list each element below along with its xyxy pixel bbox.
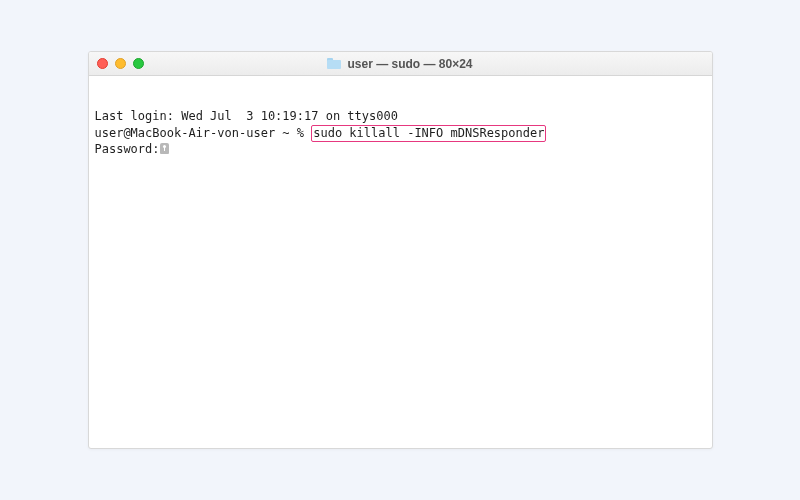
prompt-line: user@MacBook-Air-von-user ~ % sudo killa…: [95, 125, 706, 143]
minimize-button[interactable]: [115, 58, 126, 69]
title-center: user — sudo — 80×24: [89, 57, 712, 71]
traffic-lights: [97, 58, 144, 69]
zoom-button[interactable]: [133, 58, 144, 69]
last-login-line: Last login: Wed Jul 3 10:19:17 on ttys00…: [95, 109, 706, 125]
shell-prompt: user@MacBook-Air-von-user ~ %: [95, 126, 312, 140]
window-title: user — sudo — 80×24: [347, 57, 472, 71]
key-icon: [160, 143, 169, 154]
command-highlight: sudo killall -INFO mDNSResponder: [311, 125, 546, 143]
close-button[interactable]: [97, 58, 108, 69]
terminal-body[interactable]: Last login: Wed Jul 3 10:19:17 on ttys00…: [89, 76, 712, 448]
folder-icon: [327, 58, 341, 69]
password-label: Password:: [95, 142, 160, 156]
password-line: Password:: [95, 142, 706, 158]
terminal-window: user — sudo — 80×24 Last login: Wed Jul …: [88, 51, 713, 449]
window-titlebar[interactable]: user — sudo — 80×24: [89, 52, 712, 76]
